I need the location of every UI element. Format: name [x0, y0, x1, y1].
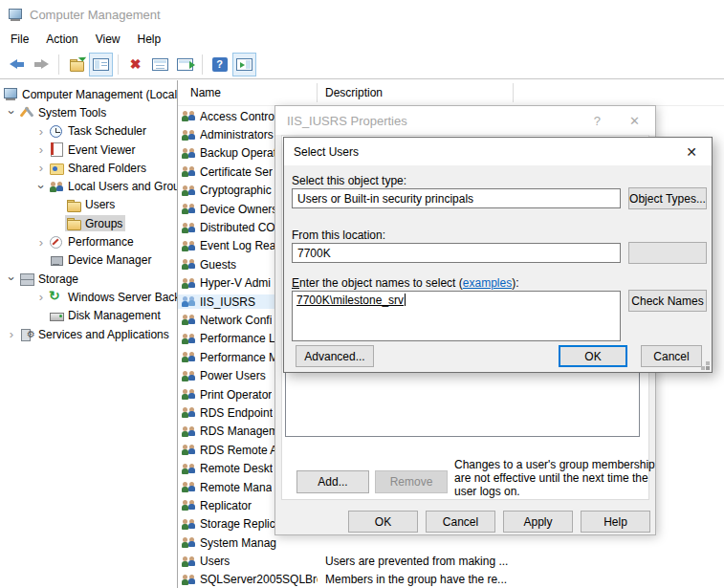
properties-apply-button[interactable]: Apply	[503, 511, 573, 533]
tree-item-disk-management[interactable]: Disk Management	[0, 307, 177, 325]
chevron-collapsed-icon[interactable]	[34, 235, 48, 250]
object-types-button[interactable]: Object Types...	[628, 187, 707, 209]
tree-item-local-users-and-groups[interactable]: Local Users and Groups	[0, 177, 177, 195]
export-list-button[interactable]	[173, 53, 197, 76]
console-tree-panel: Computer Management (Local) System Tools…	[0, 80, 178, 588]
tree-item-device-manager[interactable]: Device Manager	[0, 251, 177, 270]
chevron-collapsed-icon[interactable]	[34, 142, 48, 157]
computer-icon	[3, 87, 18, 101]
chevron-expanded-icon[interactable]	[5, 272, 18, 286]
chevron-collapsed-icon[interactable]	[34, 161, 48, 175]
tree-item-shared-folders[interactable]: Shared Folders	[0, 159, 177, 177]
select-users-cancel-button[interactable]: Cancel	[641, 345, 702, 367]
group-icon	[181, 164, 196, 179]
group-icon	[181, 313, 196, 327]
show-action-pane-button[interactable]	[232, 53, 256, 76]
group-icon	[181, 573, 196, 587]
column-header-name[interactable]: Name	[178, 83, 318, 102]
menu-help[interactable]: Help	[129, 31, 170, 48]
group-icon	[181, 332, 196, 346]
tree-item-computer-management[interactable]: Computer Management (Local)	[0, 85, 177, 103]
tools-icon	[19, 105, 34, 120]
list-item[interactable]: UsersUsers are prevented from making ...	[178, 552, 724, 570]
chevron-collapsed-icon[interactable]	[5, 327, 18, 341]
disk-icon	[49, 309, 64, 323]
device-icon	[49, 253, 64, 268]
menu-file[interactable]: File	[2, 31, 37, 48]
remove-button: Remove	[375, 470, 448, 493]
menu-bar: File Action View Help	[0, 29, 724, 50]
forward-button[interactable]	[30, 53, 54, 76]
locations-button[interactable]	[628, 242, 707, 264]
object-type-label: Select this object type:	[292, 174, 406, 187]
object-names-value: 7700K\milestone_srv	[296, 294, 404, 307]
properties-button[interactable]	[148, 53, 172, 76]
check-names-button[interactable]: Check Names	[628, 290, 707, 312]
group-icon	[181, 480, 196, 494]
select-users-dialog: Select Users ✕ Select this object type: …	[283, 137, 713, 373]
membership-note: Changes to a user's group membership are…	[454, 458, 657, 498]
tree-item-event-viewer[interactable]: Event Viewer	[0, 141, 177, 159]
menu-view[interactable]: View	[87, 31, 129, 48]
select-users-title: Select Users	[294, 145, 359, 159]
dialog-help-icon[interactable]: ?	[594, 114, 601, 128]
list-item[interactable]: System Manag	[178, 534, 724, 552]
folder-icon	[66, 216, 81, 230]
help-button[interactable]: ?	[208, 53, 231, 76]
chevron-expanded-icon[interactable]	[34, 180, 48, 194]
export-list-icon	[177, 58, 193, 71]
gauge-icon	[49, 235, 64, 250]
tree-item-services-and-applications[interactable]: Services and Applications	[0, 325, 177, 343]
add-button[interactable]: Add...	[296, 470, 369, 493]
properties-cancel-button[interactable]: Cancel	[426, 511, 495, 533]
toolbar-separator	[202, 54, 203, 75]
group-icon	[181, 462, 196, 476]
close-icon[interactable]: ✕	[677, 142, 706, 162]
column-header-description[interactable]: Description	[318, 83, 514, 102]
shared-folder-icon	[49, 161, 64, 175]
tree-item-system-tools[interactable]: System Tools	[0, 103, 177, 121]
up-one-level-button[interactable]	[64, 53, 88, 76]
group-icon	[181, 443, 196, 457]
back-button[interactable]	[5, 53, 29, 76]
examples-link[interactable]: examples	[463, 276, 512, 290]
group-icon	[181, 498, 196, 512]
event-log-icon	[49, 142, 64, 157]
properties-ok-button[interactable]: OK	[348, 511, 418, 533]
group-icon-selected	[181, 294, 196, 309]
tree-item-task-scheduler[interactable]: Task Scheduler	[0, 122, 177, 141]
delete-button[interactable]: ✖	[123, 53, 147, 76]
properties-dialog-title: IIS_IUSRS Properties	[287, 114, 407, 128]
menu-action[interactable]: Action	[37, 31, 86, 48]
list-item[interactable]: SQLServer2005SQLBro...Members in the gro…	[178, 571, 724, 588]
chevron-collapsed-icon[interactable]	[34, 124, 48, 139]
folder-up-icon	[69, 57, 84, 72]
advanced-button[interactable]: Advanced...	[296, 345, 374, 367]
resize-grip[interactable]	[706, 366, 710, 370]
object-names-input[interactable]: 7700K\milestone_srv	[292, 291, 621, 341]
select-users-titlebar[interactable]: Select Users	[284, 138, 712, 165]
dialog-close-icon[interactable]: ✕	[629, 114, 640, 128]
chevron-expanded-icon[interactable]	[5, 105, 18, 120]
location-field[interactable]: 7700K	[292, 243, 621, 263]
chevron-collapsed-icon[interactable]	[34, 290, 48, 304]
tree-item-windows-server-backup[interactable]: Windows Server Backup	[0, 288, 177, 306]
group-icon	[181, 535, 196, 550]
services-gear-icon	[19, 327, 34, 341]
window-titlebar[interactable]: Computer Management	[0, 0, 724, 29]
app-icon	[8, 8, 23, 22]
properties-help-button[interactable]: Help	[581, 511, 650, 533]
show-console-tree-button[interactable]	[89, 53, 113, 76]
object-names-label: Enter the object names to select (exampl…	[292, 276, 518, 290]
tree-item-users[interactable]: Users	[0, 196, 177, 214]
group-icon	[181, 517, 196, 532]
object-type-field[interactable]: Users or Built-in security principals	[292, 188, 621, 208]
forward-icon	[34, 59, 49, 69]
group-icon	[181, 128, 196, 142]
tree-item-groups[interactable]: Groups	[0, 214, 177, 232]
tree-item-storage[interactable]: Storage	[0, 270, 177, 288]
select-users-ok-button[interactable]: OK	[559, 345, 627, 367]
help-icon: ?	[212, 57, 228, 72]
tree-item-performance[interactable]: Performance	[0, 232, 177, 250]
text-caret	[405, 294, 406, 306]
